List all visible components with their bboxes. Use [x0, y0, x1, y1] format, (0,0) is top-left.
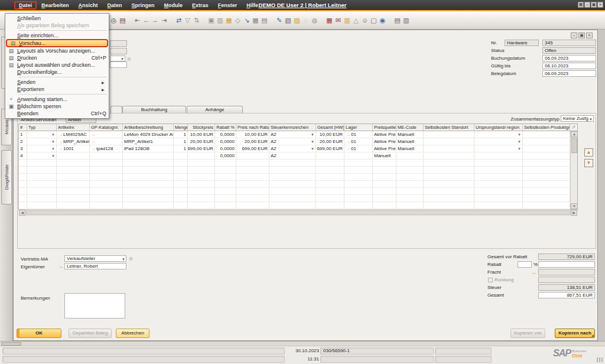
empty-cell[interactable] [90, 167, 123, 173]
empty-cell[interactable] [236, 188, 269, 194]
last-record-icon[interactable]: ⇥ [160, 15, 168, 25]
empty-cell[interactable] [215, 174, 236, 180]
cell-2-0[interactable]: 3 [19, 145, 27, 152]
filter-icon[interactable]: ▽ [183, 15, 192, 25]
empty-cell[interactable] [424, 167, 474, 173]
rundung-checkbox[interactable] [488, 278, 493, 282]
cell-3-2[interactable] [57, 152, 90, 159]
sidebar-tab-drag-relate[interactable]: Drag&Relate [1, 150, 12, 204]
empty-cell[interactable] [316, 202, 344, 209]
minimize-icon[interactable]: – [584, 2, 590, 8]
cell-0-12[interactable]: Aktive Preisl [373, 131, 396, 138]
menubar-item-springen[interactable]: Springen [127, 2, 160, 9]
menubar-item-daten[interactable]: Daten [103, 2, 127, 9]
menu-item-bildschirm-sperren[interactable]: ▣Bildschirm sperren [5, 103, 109, 110]
column-header-selbstkosten-standort[interactable]: Selbstkosten Standort [424, 124, 474, 131]
empty-cell[interactable] [269, 181, 316, 187]
cell-2-7[interactable]: 0,0000 [215, 145, 236, 152]
column-header-stückpreis[interactable]: Stückpreis [188, 124, 215, 131]
remarks-textarea[interactable] [64, 293, 125, 318]
cell-2-1[interactable]: ▼ [27, 145, 57, 152]
cell-2-6[interactable]: 699,00 EUR [188, 145, 215, 152]
cell-3-1[interactable]: ▼ [27, 152, 57, 159]
empty-cell[interactable] [123, 167, 174, 173]
menu-item-vorschau[interactable]: ▤Vorschau... [6, 39, 108, 47]
tile-windows-icon[interactable]: ▦ [578, 2, 584, 8]
empty-cell[interactable] [316, 188, 344, 194]
row-move-up-button[interactable]: ▲ [584, 148, 593, 157]
cell-0-3[interactable]: → [90, 131, 123, 138]
column-header-menge[interactable]: Menge [174, 124, 188, 131]
cell-2-13[interactable]: Manuell [396, 145, 424, 152]
cell-2-2[interactable]: →1001 [57, 145, 90, 152]
cell-0-14[interactable] [424, 131, 474, 138]
cell-1-14[interactable] [424, 138, 474, 145]
empty-cell[interactable] [123, 181, 174, 187]
column-header-typ[interactable]: Typ [27, 124, 57, 131]
define-new-icon[interactable]: ◎ [129, 256, 133, 261]
empty-cell[interactable] [215, 188, 236, 194]
empty-cell[interactable] [474, 160, 523, 166]
scroll-up-icon[interactable]: ▲ [571, 131, 578, 137]
empty-cell[interactable] [27, 188, 57, 194]
comment-filled-icon[interactable]: ◍ [310, 15, 319, 25]
empty-cell[interactable] [373, 202, 396, 209]
empty-cell[interactable] [90, 195, 123, 202]
cell-1-1[interactable]: ▼ [27, 138, 57, 145]
column-header-artikelbeschreibung[interactable]: Artikelbeschreibung [123, 124, 174, 131]
cell-3-0[interactable]: 4 [19, 152, 27, 159]
empty-cell[interactable] [424, 174, 474, 180]
doc-close-icon[interactable]: × [586, 32, 593, 38]
scroll-down-icon[interactable]: ▼ [571, 203, 578, 209]
previous-record-icon[interactable]: ← [142, 15, 151, 25]
scroll-right-icon[interactable]: ▶ [571, 210, 577, 216]
expand-grid-icon[interactable]: ↗ [570, 124, 577, 131]
owner-field[interactable]: Leitner, Robert [64, 263, 126, 269]
menu-item-layout-auswählen-und-drucken[interactable]: ▤Layout auswählen und drucken... [5, 61, 109, 69]
column-header-ursprungsland-region[interactable]: Ursprungsland/-region [474, 124, 523, 131]
empty-cell[interactable] [373, 195, 396, 202]
empty-cell[interactable] [373, 188, 396, 194]
cell-1-15[interactable]: ▼ [474, 138, 523, 145]
vertical-scrollbar[interactable]: ▲ ▼ [570, 131, 577, 209]
cell-0-4[interactable]: LeMon 4029 Drucker AC [123, 131, 174, 138]
empty-cell[interactable] [316, 181, 344, 187]
cell-1-8[interactable]: 20,00 EUR [236, 138, 269, 145]
menu-item-anwendung-starten[interactable]: +Anwendung starten... [5, 96, 109, 103]
empty-cell[interactable] [396, 174, 424, 180]
cell-2-14[interactable] [424, 145, 474, 152]
empty-cell[interactable] [474, 202, 523, 209]
empty-cell[interactable] [123, 195, 174, 202]
cell-3-14[interactable] [424, 152, 474, 159]
empty-cell[interactable] [396, 188, 424, 194]
empty-cell[interactable] [174, 195, 188, 202]
notebook-icon[interactable]: ▤ [393, 15, 402, 25]
empty-cell[interactable] [19, 174, 27, 180]
empty-cell[interactable] [57, 167, 90, 173]
empty-cell[interactable] [90, 181, 123, 187]
empty-cell[interactable] [396, 202, 424, 209]
cell-3-11[interactable] [344, 152, 373, 159]
empty-cell[interactable] [344, 195, 373, 202]
menu-item-drucken[interactable]: ▤DruckenCtrl+P [5, 54, 109, 61]
cell-1-0[interactable]: 2 [19, 138, 27, 145]
cell-0-2[interactable]: →LM4029AC [57, 131, 90, 138]
cell-2-16[interactable] [523, 145, 570, 152]
cell-1-3[interactable]: → [90, 138, 123, 145]
doc-minimize-icon[interactable]: – [571, 32, 577, 38]
cell-2-8[interactable]: 699,00 EUR [236, 145, 269, 152]
empty-cell[interactable] [316, 174, 344, 180]
empty-cell[interactable] [523, 202, 570, 209]
calculator-icon[interactable]: ▦ [225, 15, 233, 25]
empty-cell[interactable] [396, 195, 424, 202]
field-fragment[interactable] [110, 40, 127, 47]
horizontal-scrollbar[interactable]: ◀ ▶ [19, 209, 577, 216]
empty-cell[interactable] [344, 181, 373, 187]
find-icon[interactable]: ◎ [109, 15, 118, 25]
mail-icon[interactable]: ✉ [334, 15, 343, 25]
empty-cell[interactable] [269, 167, 316, 173]
empty-cell[interactable] [269, 195, 316, 202]
empty-cell[interactable] [316, 195, 344, 202]
empty-cell[interactable] [215, 160, 236, 166]
empty-cell[interactable] [269, 202, 316, 209]
